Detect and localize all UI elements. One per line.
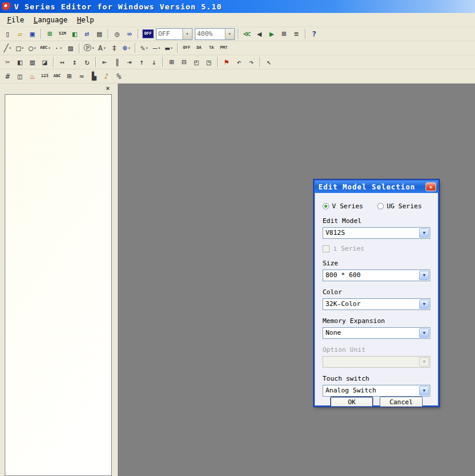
screen-copy-icon[interactable]: ◧ [69,28,81,40]
next-screen-icon[interactable]: ▶ [266,28,278,40]
menu-language[interactable]: Language [29,14,72,26]
cancel-button[interactable]: Cancel [380,397,423,407]
align-left-icon[interactable]: ⇤ [99,56,111,68]
da-parts-icon[interactable]: DA [193,42,205,54]
lamp-parts-icon[interactable]: ♨ [26,71,38,82]
bring-front-icon[interactable]: ◰ [191,56,202,68]
pen-style-icon[interactable]: ✎▾ [138,42,150,54]
memory-expansion-dropdown-button[interactable]: ▼ [419,328,429,338]
pole-parts-icon[interactable]: ‡ [108,42,120,54]
off-state-combo[interactable]: OFF ▾ [156,28,192,40]
print-icon[interactable]: ▤ [94,28,105,40]
cut-icon[interactable]: ✂ [2,56,14,68]
edit-model-combo[interactable]: V812S ▼ [323,227,430,239]
jump-screen-icon[interactable]: ≪ [241,28,253,40]
paint-tool-icon[interactable]: ▨ [65,42,77,54]
off-parts-icon[interactable]: OFF [181,42,192,54]
bar-graph-icon[interactable]: ▙ [88,71,100,82]
rect-tool-icon[interactable]: □▾ [14,42,26,54]
icon-glyph: ⇥ [127,58,132,66]
flag-icon[interactable]: ⚑ [221,56,232,68]
char-display-icon[interactable]: ABC [51,71,63,82]
text-tool-icon[interactable]: ABC▾ [39,42,52,54]
trend-graph-icon[interactable]: ≈ [76,71,88,82]
toolbar-separator [41,29,42,39]
ungroup-icon[interactable]: ⊟ [178,56,190,68]
align-center-icon[interactable]: ∥ [111,56,123,68]
copy-icon[interactable]: ◧ [14,56,26,68]
grid-setting-icon[interactable]: # [2,71,14,82]
flip-vertical-icon[interactable]: ↕ [69,56,81,68]
item-view-icon[interactable]: ⊞ [44,28,56,40]
screen-list-icon[interactable]: ≡ [291,28,303,40]
title-bar[interactable]: V Series Editor for Windows Version 5.10 [0,0,475,13]
chevron-down-icon: ▼ [423,388,425,393]
menu-help[interactable]: Help [72,14,99,26]
line-tool-icon[interactable]: ╱▾ [2,42,14,54]
dialog-close-button[interactable]: ✕ [426,182,436,191]
screen-table-icon[interactable]: ⊞ [278,28,290,40]
off-state-dropdown-button[interactable]: ▾ [182,29,192,39]
color-dropdown-button[interactable]: ▼ [419,299,429,309]
simulator-icon[interactable]: SIM [57,28,68,40]
select-pointer-icon[interactable]: ↖ [263,56,275,68]
off-display-icon[interactable]: OFF [141,28,155,40]
align-right-icon[interactable]: ⇥ [124,56,135,68]
help-icon[interactable]: ? [308,28,320,40]
touch-switch-combo[interactable]: Analog Switch ▼ [323,385,430,397]
circle-tool-icon[interactable]: ○▾ [26,42,38,54]
zoom-combo[interactable]: 400% ▾ [195,28,235,40]
v-series-radio[interactable]: V Series [323,202,363,210]
icon-glyph: % [117,72,121,80]
icon-glyph: ⊕ [123,44,128,52]
zoom-dropdown-button[interactable]: ▾ [225,29,234,39]
new-screen-icon[interactable]: ▯ [2,28,14,40]
pmt-parts-icon[interactable]: PMT [218,42,230,54]
send-back-icon[interactable]: ◳ [203,56,215,68]
data-block-icon[interactable]: ⊞ [64,71,75,82]
ug-series-label: UG Series [387,202,422,210]
panel-close-button[interactable]: × [104,85,112,93]
align-top-icon[interactable]: ↑ [136,56,148,68]
percent-display-icon[interactable]: % [113,71,125,82]
icon-glyph: Ⓟ [84,44,91,52]
numeric-display-icon[interactable]: 123 [39,71,51,82]
ta-parts-icon[interactable]: TA [205,42,217,54]
touch-switch-dropdown-button[interactable]: ▼ [419,386,429,395]
color-combo[interactable]: 32K-Color ▼ [323,298,430,310]
line-style-icon[interactable]: —▾ [151,42,162,54]
size-label: Size [323,259,430,267]
menu-file[interactable]: File [2,14,29,26]
flip-horizontal-icon[interactable]: ↔ [57,56,68,68]
save-file-icon[interactable]: ▣ [26,28,38,40]
buzzer-icon[interactable]: ♪ [101,71,112,82]
rotate-icon[interactable]: ↻ [81,56,93,68]
dot-tool-icon[interactable]: ·▾ [52,42,64,54]
ug-series-radio[interactable]: UG Series [377,202,422,210]
char-parts-icon[interactable]: A▾ [96,42,108,54]
transfer-icon[interactable]: ⇄ [81,28,93,40]
preview-icon[interactable]: ∞ [124,28,135,40]
ok-button[interactable]: OK [330,397,373,407]
edit-model-dropdown-button[interactable]: ▼ [419,228,429,238]
memory-expansion-combo[interactable]: None ▼ [323,327,430,339]
size-dropdown-button[interactable]: ▼ [419,271,429,280]
redo-icon[interactable]: ↷ [245,56,257,68]
multi-language-icon[interactable]: ⊕▾ [121,42,132,54]
dialog-title-bar[interactable]: Edit Model Selection ✕ [315,181,438,193]
main-area: × Edit Model Selection ✕ V Series UG Ser… [0,84,475,476]
icon-glyph: ↔ [60,58,65,66]
fill-style-icon[interactable]: ▬▾ [163,42,175,54]
icon-glyph: ABC [40,46,48,50]
overlap-icon[interactable]: ◫ [14,71,26,82]
group-icon[interactable]: ⊞ [166,56,178,68]
undo-icon[interactable]: ↶ [233,56,245,68]
zoom-icon[interactable]: ◎ [111,28,123,40]
paste-icon[interactable]: ▥ [26,56,38,68]
parts-place-icon[interactable]: Ⓟ▾ [82,42,95,54]
align-bottom-icon[interactable]: ↓ [148,56,160,68]
open-file-icon[interactable]: ▱ [14,28,26,40]
prev-screen-icon[interactable]: ◀ [254,28,265,40]
size-combo[interactable]: 800 * 600 ▼ [323,269,430,281]
duplicate-icon[interactable]: ◪ [39,56,51,68]
